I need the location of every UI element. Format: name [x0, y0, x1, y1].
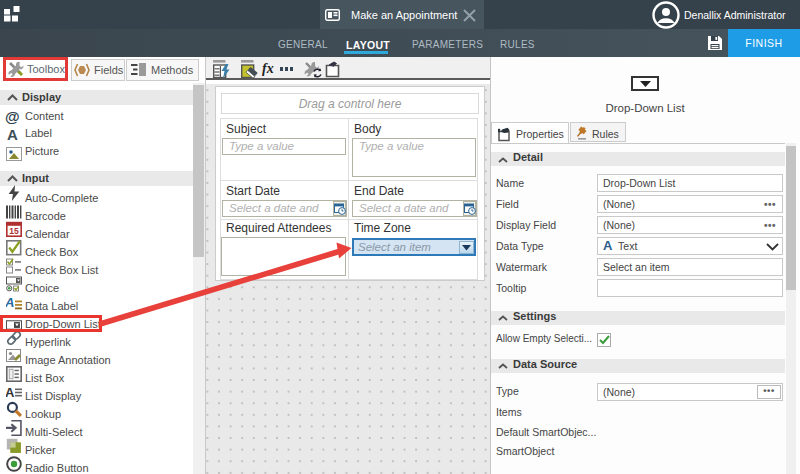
svg-text:A: A	[6, 385, 15, 400]
svg-text:A: A	[6, 295, 14, 310]
svg-text:15: 15	[9, 226, 19, 236]
